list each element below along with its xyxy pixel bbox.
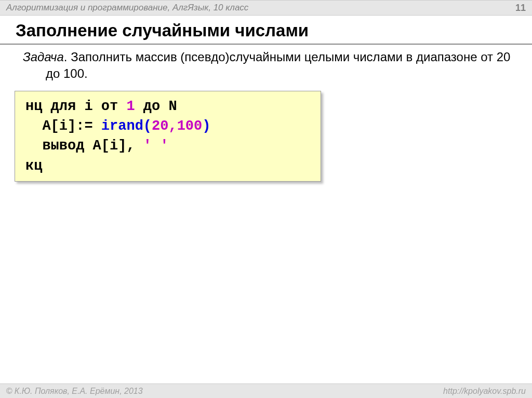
title-block: Заполнение случайными числами (0, 16, 532, 45)
code-line-3: вывод A[i], ' ' (25, 138, 168, 154)
task-text: . Заполнить массив (псевдо)случайными це… (46, 50, 510, 80)
footer-bar: ©К.Ю. Поляков, Е.А. Ерёмин, 2013 http://… (0, 383, 532, 398)
code-line-1: нц для i от 1 до N (25, 99, 177, 114)
code-line-4: кц (25, 158, 42, 174)
task-label: Задача (23, 50, 64, 64)
page-number: 11 (515, 3, 526, 13)
header-bar: Алгоритмизация и программирование, АлгЯз… (0, 0, 532, 16)
breadcrumb: Алгоритмизация и программирование, АлгЯз… (6, 3, 248, 13)
task-description: Задача. Заполнить массив (псевдо)случайн… (0, 48, 532, 89)
copyright-icon: © (6, 387, 12, 395)
footer-left: ©К.Ю. Поляков, Е.А. Ерёмин, 2013 (6, 387, 143, 396)
code-block: нц для i от 1 до N A[i]:= irand(20,100) … (15, 91, 321, 182)
code-line-2: A[i]:= irand(20,100) (25, 118, 210, 134)
footer-link: http://kpolyakov.spb.ru (443, 387, 526, 396)
page-title: Заполнение случайными числами (16, 21, 516, 40)
